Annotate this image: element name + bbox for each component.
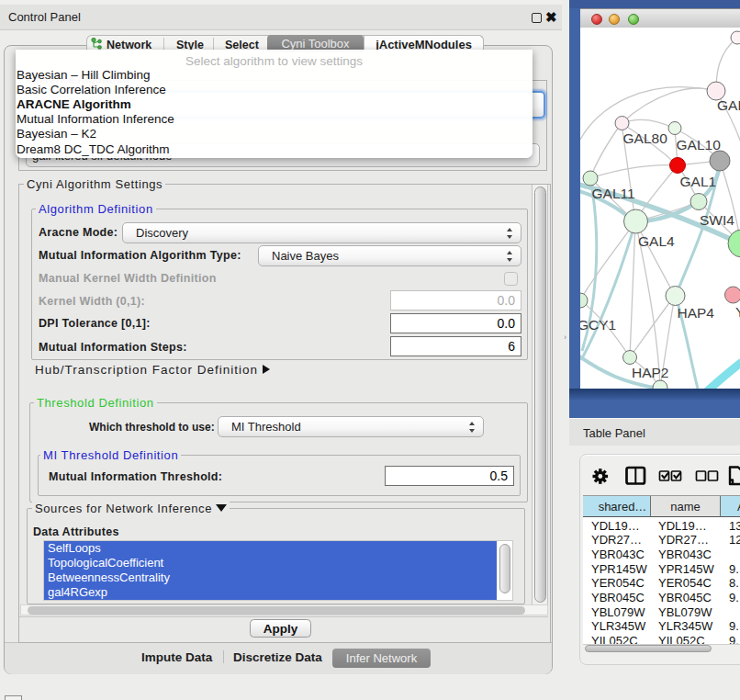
svg-text:Y: Y <box>735 304 740 320</box>
svg-text:GAL80: GAL80 <box>623 130 668 146</box>
svg-text:GAL10: GAL10 <box>677 137 722 152</box>
svg-text:HAP4: HAP4 <box>678 305 715 321</box>
svg-text:SWI4: SWI4 <box>700 212 734 228</box>
svg-text:GAL11: GAL11 <box>592 186 635 201</box>
svg-text:HAP2: HAP2 <box>632 365 669 380</box>
svg-text:GAL7: GAL7 <box>717 97 740 113</box>
svg-text:GAL1: GAL1 <box>680 174 717 189</box>
svg-text:GCY1: GCY1 <box>580 317 616 333</box>
svg-text:GAL4: GAL4 <box>638 233 675 249</box>
